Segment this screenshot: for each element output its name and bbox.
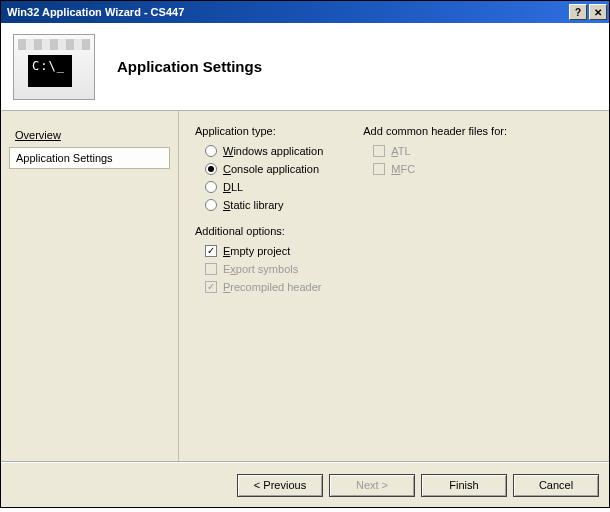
check-mfc-label: MFC — [391, 163, 415, 175]
window-title: Win32 Application Wizard - CS447 — [7, 6, 567, 18]
sidebar-item-overview[interactable]: Overview — [9, 125, 170, 145]
radio-windows-label: Windows application — [223, 145, 323, 157]
sidebar-item-application-settings[interactable]: Application Settings — [9, 147, 170, 169]
main-panel: Application type: Windows application Co… — [179, 111, 609, 461]
previous-button[interactable]: < Previous — [237, 474, 323, 497]
left-column: Application type: Windows application Co… — [195, 125, 323, 453]
sidebar: Overview Application Settings — [1, 111, 179, 461]
checkbox-icon — [205, 281, 217, 293]
radio-icon — [205, 145, 217, 157]
check-empty-project[interactable]: Empty project — [205, 245, 323, 257]
help-button[interactable]: ? — [569, 4, 587, 20]
radio-console-label: Console application — [223, 163, 319, 175]
checkbox-icon — [205, 263, 217, 275]
radio-console-app[interactable]: Console application — [205, 163, 323, 175]
checkbox-icon — [205, 245, 217, 257]
radio-icon — [205, 181, 217, 193]
finish-button[interactable]: Finish — [421, 474, 507, 497]
check-mfc: MFC — [373, 163, 507, 175]
right-column: Add common header files for: ATL MFC — [363, 125, 507, 453]
check-precompiled-header: Precompiled header — [205, 281, 323, 293]
cancel-button[interactable]: Cancel — [513, 474, 599, 497]
addl-options-label: Additional options: — [195, 225, 323, 237]
check-export-label: Export symbols — [223, 263, 298, 275]
radio-static-lib[interactable]: Static library — [205, 199, 323, 211]
radio-icon — [205, 163, 217, 175]
radio-icon — [205, 199, 217, 211]
close-button[interactable]: ✕ — [589, 4, 607, 20]
radio-static-label: Static library — [223, 199, 284, 211]
next-button: Next > — [329, 474, 415, 497]
wizard-body: Overview Application Settings Applicatio… — [1, 111, 609, 461]
wizard-footer: < Previous Next > Finish Cancel — [1, 461, 609, 507]
check-export-symbols: Export symbols — [205, 263, 323, 275]
header-files-label: Add common header files for: — [363, 125, 507, 137]
check-empty-label: Empty project — [223, 245, 290, 257]
page-title: Application Settings — [117, 58, 262, 75]
radio-dll-label: DLL — [223, 181, 243, 193]
check-precomp-label: Precompiled header — [223, 281, 321, 293]
check-atl: ATL — [373, 145, 507, 157]
titlebar: Win32 Application Wizard - CS447 ? ✕ — [1, 1, 609, 23]
checkbox-icon — [373, 145, 385, 157]
console-icon: C:\_ — [13, 34, 95, 100]
checkbox-icon — [373, 163, 385, 175]
radio-windows-app[interactable]: Windows application — [205, 145, 323, 157]
check-atl-label: ATL — [391, 145, 410, 157]
app-type-label: Application type: — [195, 125, 323, 137]
wizard-window: Win32 Application Wizard - CS447 ? ✕ C:\… — [0, 0, 610, 508]
radio-dll[interactable]: DLL — [205, 181, 323, 193]
wizard-header: C:\_ Application Settings — [1, 23, 609, 111]
